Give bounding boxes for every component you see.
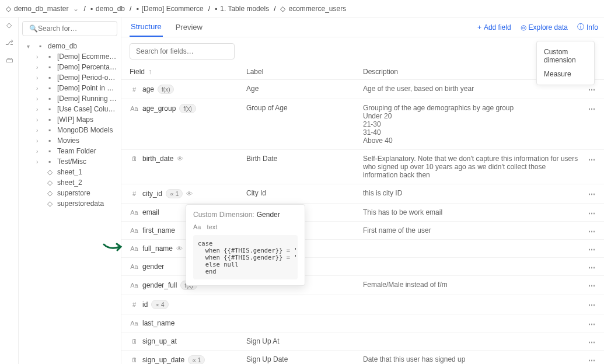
folder-icon: ▪	[46, 74, 54, 82]
more-icon[interactable]: ⋯	[588, 246, 596, 254]
chevron-right-icon: ›	[36, 138, 42, 144]
menu-item-custom-dimension[interactable]: Custom dimension	[537, 45, 594, 67]
field-description: Date that this user has signed up	[363, 355, 596, 363]
chevron-right-icon: ›	[36, 117, 42, 123]
tree-item[interactable]: ›▪Movies	[36, 135, 121, 146]
more-icon[interactable]: ⋯	[588, 105, 596, 113]
more-icon[interactable]: ⋯	[588, 338, 596, 346]
type-icon: #	[130, 301, 139, 308]
tree-item[interactable]: ›▪[Demo] Percentage of Total	[36, 62, 121, 72]
field-description: First name of the user	[363, 226, 596, 235]
tree-item[interactable]: ›▪[Demo] Period-over-period	[36, 72, 121, 83]
type-icon: 🗓	[130, 356, 139, 363]
tree-item-label: sheet_1	[57, 168, 117, 176]
tab-preview[interactable]: Preview	[174, 18, 204, 36]
tree-item-label: Team Folder	[57, 147, 117, 155]
tree-item[interactable]: ›▪[Use Case] Column Access C…	[36, 104, 121, 114]
more-icon[interactable]: ⋯	[588, 228, 596, 236]
chevron-right-icon: ›	[36, 127, 42, 134]
crumb-item[interactable]: ▪demo_db	[90, 5, 125, 13]
field-detail-popover: Custom Dimension:Gender Aatext case when…	[186, 204, 305, 286]
more-icon[interactable]: ⋯	[588, 209, 596, 218]
chevron-right-icon: ›	[36, 54, 42, 60]
more-icon[interactable]: ⋯	[588, 190, 596, 198]
tree-item-label: [Demo] Point in Time	[57, 84, 117, 92]
add-field-button[interactable]: +Add field	[477, 23, 511, 32]
sort-icon[interactable]: ↑	[148, 68, 152, 76]
fx-badge: f(x)	[179, 104, 195, 113]
breadcrumb: ◇ demo_db_master ⌄ / ▪demo_db / ▪[Demo] …	[0, 0, 604, 18]
folder-icon: ▪	[36, 42, 44, 50]
more-icon[interactable]: ⋯	[588, 356, 596, 364]
field-label: Group of Age	[246, 104, 363, 112]
tree-item-label: Test/Misc	[57, 158, 117, 166]
tree-item[interactable]: ›▪[Demo] Running Total	[36, 93, 121, 104]
field-label: Birth Date	[246, 155, 363, 163]
more-icon[interactable]: ⋯	[588, 86, 596, 94]
menu-item-measure[interactable]: Measure	[537, 67, 594, 81]
field-name: city_id	[142, 190, 162, 198]
tree-item-label: Movies	[57, 136, 117, 145]
tree-item[interactable]: ›▪[Demo] Ecommerce	[36, 51, 121, 62]
tree-item[interactable]: ›▪MongoDB Models	[36, 125, 121, 135]
cube-icon[interactable]: ◇	[6, 21, 12, 29]
add-field-menu: Custom dimension Measure	[536, 41, 595, 85]
chevron-right-icon: ›	[36, 75, 42, 81]
table-row[interactable]: #city_id∝ 1👁City Idthis is city ID⋯	[121, 184, 604, 204]
table-row[interactable]: 🗓sign_up_atSign Up At⋯	[121, 332, 604, 351]
crumb-item[interactable]: ▪[Demo] Ecommerce	[136, 5, 203, 13]
explore-data-button[interactable]: ◎Explore data	[521, 23, 568, 32]
folder-icon: ▪	[46, 136, 54, 145]
type-icon: Aa	[130, 209, 139, 216]
field-description: Self-Explanatory. Note that we don't cap…	[363, 155, 596, 179]
info-button[interactable]: ⓘInfo	[577, 22, 598, 32]
type-icon: Aa	[130, 320, 139, 327]
tree-item[interactable]: ◇superstore	[36, 188, 121, 198]
cube-icon: ◇	[46, 168, 54, 176]
cube-icon: ◇	[46, 200, 54, 208]
more-icon[interactable]: ⋯	[588, 282, 596, 290]
more-icon[interactable]: ⋯	[588, 301, 596, 309]
tree-item[interactable]: ›▪Test/Misc	[36, 156, 121, 167]
field-name: sign_up_at	[142, 337, 177, 345]
tree-item[interactable]: ›▪Team Folder	[36, 146, 121, 156]
tree-item-label: [Demo] Ecommerce	[57, 52, 117, 61]
branch-icon[interactable]: ⎇	[5, 38, 13, 47]
tree-root[interactable]: ▾ ▪ demo_db	[19, 41, 121, 51]
tree-item[interactable]: ◇sheet_1	[36, 167, 121, 177]
more-icon[interactable]: ⋯	[588, 156, 596, 164]
search-icon: 🔍	[29, 24, 38, 33]
tree-item[interactable]: ◇superstoredata	[36, 198, 121, 209]
table-row[interactable]: Aaage_groupf(x)Group of AgeGrouping of t…	[121, 99, 604, 150]
tree-item[interactable]: ›▪[WIP] Maps	[36, 114, 121, 125]
more-icon[interactable]: ⋯	[588, 320, 596, 328]
crumb-item[interactable]: ▪1. Table models	[215, 5, 269, 13]
table-row[interactable]: 🗓birth_date👁Birth DateSelf-Explanatory. …	[121, 150, 604, 184]
info-icon: ⓘ	[577, 22, 584, 32]
tree-item[interactable]: ›▪[Demo] Point in Time	[36, 83, 121, 93]
more-icon[interactable]: ⋯	[588, 264, 596, 272]
tab-structure[interactable]: Structure	[130, 18, 163, 37]
field-name: birth_date	[142, 155, 173, 163]
tree-item-label: sheet_2	[57, 178, 117, 187]
folder-icon: ▪	[46, 116, 54, 124]
database-icon[interactable]: 🗃	[6, 56, 13, 64]
table-row[interactable]: 🗓sign_up_date∝ 1Sign Up DateDate that th…	[121, 351, 604, 364]
file-tree: ▾ ▪ demo_db ›▪[Demo] Ecommerce›▪[Demo] P…	[19, 41, 121, 209]
crumb-root[interactable]: ◇ demo_db_master ⌄	[6, 5, 79, 13]
hidden-icon: 👁	[177, 155, 183, 162]
folder-icon: ▪	[46, 84, 54, 92]
type-icon: Aa	[130, 245, 139, 252]
crumb-item[interactable]: ◇ecommerce_users	[280, 5, 346, 13]
table-row[interactable]: Aalast_name⋯	[121, 314, 604, 332]
table-row[interactable]: #id∝ 4⋯	[121, 295, 604, 314]
tree-item-label: [Demo] Period-over-period	[57, 74, 117, 82]
table-row[interactable]: #agef(x)AgeAge of the user, based on bir…	[121, 80, 604, 99]
fx-badge: f(x)	[158, 85, 174, 94]
tree-item[interactable]: ◇sheet_2	[36, 177, 121, 188]
field-search-input[interactable]	[130, 43, 235, 60]
relation-badge: ∝ 1	[166, 189, 183, 198]
tree-item-label: MongoDB Models	[57, 126, 117, 134]
field-name: first_name	[142, 226, 175, 235]
chevron-right-icon: ›	[36, 85, 42, 92]
